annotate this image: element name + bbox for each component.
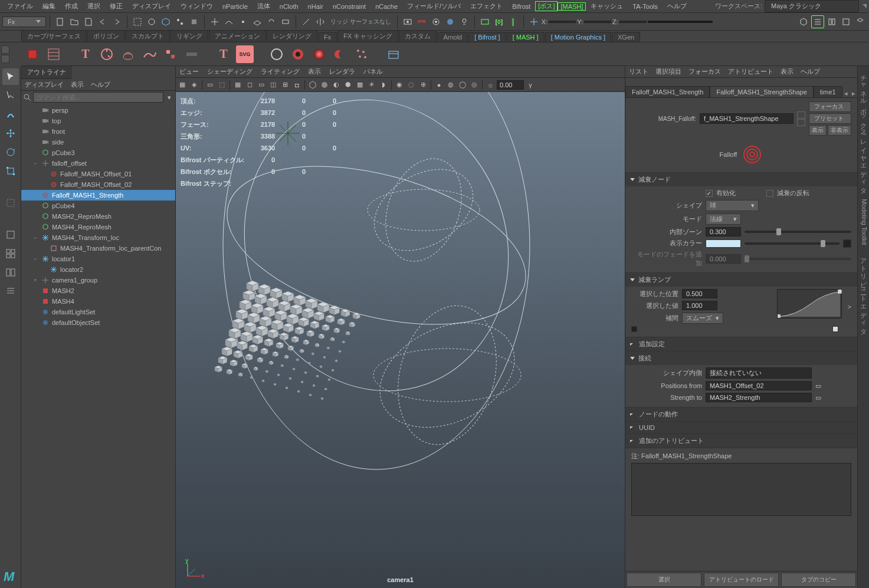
outliner-item-front[interactable]: front (21, 126, 175, 137)
snap-plane-icon[interactable] (251, 15, 264, 28)
search-dropdown-icon[interactable]: ▾ (165, 93, 174, 102)
str-to-field[interactable]: MASH2_Strength (706, 393, 812, 402)
outliner-item-defaultLightSet[interactable]: defaultLightSet (21, 307, 175, 317)
rotate-tool-icon[interactable] (2, 144, 19, 160)
undo-icon[interactable] (96, 15, 109, 28)
outliner-item-Falloff_MASH_Offset_01[interactable]: Falloff_MASH_Offset_01 (21, 169, 175, 179)
preset-button[interactable]: プリセット (809, 113, 851, 124)
vp-dof-icon[interactable]: ◎ (469, 80, 480, 90)
menu-help[interactable]: ヘルプ (663, 1, 691, 12)
vp-grid-icon[interactable]: ▦ (232, 80, 243, 90)
menu-fields[interactable]: フィールド/ソルバ (402, 1, 465, 12)
vp-menu-panel[interactable]: パネル (363, 67, 383, 76)
menu-nhair[interactable]: nHair (303, 2, 328, 11)
outliner-item-persp[interactable]: persp (21, 105, 175, 116)
type-tool-icon[interactable]: T (77, 45, 94, 63)
mash-network-icon[interactable] (24, 45, 41, 63)
enable-checkbox[interactable] (706, 190, 713, 197)
pos-from-field[interactable]: MASH1_Offset_02 (706, 381, 812, 390)
layout-modeling-icon[interactable] (854, 15, 867, 28)
attr-menu-list[interactable]: リスト (629, 67, 648, 76)
shelf-gear-icon[interactable] (1, 55, 9, 63)
vp-film-gate-icon[interactable]: ◻ (244, 80, 255, 90)
paint-select-icon[interactable] (2, 106, 19, 123)
mash-editor-icon[interactable] (45, 45, 63, 63)
vp-gate-mask-icon[interactable]: ◫ (268, 80, 278, 90)
vp-exposure-icon[interactable]: ☼ (485, 80, 496, 90)
attr-tab-0[interactable]: Falloff_MASH1_Strength (625, 86, 710, 97)
shelf-tab-curves[interactable]: カーブ/サーフェス (21, 30, 87, 42)
sel-obj-icon[interactable] (159, 15, 172, 28)
outliner-item-Falloff_MASH_Offset_02[interactable]: Falloff_MASH_Offset_02 (21, 179, 175, 190)
vp-menu-lighting[interactable]: ライティング (261, 67, 300, 76)
snap-view-icon[interactable] (279, 15, 292, 28)
layout-list-icon[interactable] (2, 283, 19, 300)
menu-ncloth[interactable]: nCloth (275, 2, 303, 11)
outliner-item-MASH4[interactable]: MASH4 (21, 296, 175, 307)
menu-nconstraint[interactable]: nConstraint (328, 2, 370, 11)
shelf-tab-mash[interactable]: [ MASH ] (507, 32, 545, 42)
vp-shadows-icon[interactable]: ◗ (378, 80, 389, 90)
search-input[interactable] (33, 92, 163, 103)
section-decay-node[interactable]: 減衰ノード (625, 173, 857, 186)
outliner-item-MASH4_Transform_loc_parentCon[interactable]: MASH4_Transform_loc_parentCon (21, 243, 175, 254)
menu-display[interactable]: ディスプレイ (127, 1, 176, 12)
select-tool-icon[interactable] (2, 68, 19, 85)
mode-dropdown[interactable]: Fx (2, 17, 46, 27)
shape-in-field[interactable]: 接続されていない (706, 367, 812, 379)
tab-scroll-left-icon[interactable]: ◂ (842, 90, 850, 97)
vp-safe-icon[interactable]: ◘ (291, 80, 302, 90)
node-name-field[interactable] (700, 113, 793, 124)
scale-tool-icon[interactable] (2, 163, 19, 179)
menu-ncache[interactable]: nCache (370, 2, 402, 11)
menu-boss[interactable]: [ボス] (535, 1, 558, 11)
interp-dropdown[interactable]: スムーズ▾ (682, 313, 723, 324)
menu-bifrost[interactable]: Bifrost (507, 2, 535, 11)
outliner-item-side[interactable]: side (21, 137, 175, 147)
trails-icon[interactable] (140, 45, 158, 63)
construction-icon[interactable] (300, 15, 313, 28)
shelf-tab-polygon[interactable]: ポリゴン (87, 30, 125, 42)
tab-scroll-right-icon[interactable]: ▸ (850, 90, 857, 97)
outliner-item-MASH4_Transform_loc[interactable]: −MASH4_Transform_loc (21, 232, 175, 243)
menu-tatools[interactable]: TA-Tools (628, 2, 663, 11)
sel-comp-icon[interactable] (173, 15, 186, 28)
ramp-handle-0[interactable] (631, 326, 637, 332)
shelf-tab-rigging[interactable]: リギング (170, 30, 208, 42)
xform-icon[interactable] (527, 15, 540, 28)
axis-x-field[interactable] (549, 21, 576, 23)
vp-menu-show[interactable]: 表示 (308, 67, 321, 76)
render-settings-icon[interactable] (429, 15, 442, 28)
snap-live-icon[interactable] (265, 15, 278, 28)
outliner-item-defaultObjectSet[interactable]: defaultObjectSet (21, 317, 175, 328)
sheet-icon[interactable] (797, 119, 805, 126)
dock-tab-modeling[interactable]: Modeling Toolkit (859, 199, 868, 245)
mode-dropdown[interactable]: 法線▾ (706, 213, 741, 225)
axis-y-field[interactable] (584, 21, 611, 23)
sel-val-field[interactable]: 1.000 (682, 301, 717, 310)
bullet-icon[interactable] (119, 45, 137, 63)
vp-xray-icon[interactable]: ◌ (406, 80, 417, 90)
vp-xray-joint-icon[interactable]: ⊕ (418, 80, 428, 90)
redo-icon[interactable] (110, 15, 123, 28)
layout-four-icon[interactable] (2, 245, 19, 262)
inner-slider[interactable] (745, 231, 851, 233)
outliner-item-pCube4[interactable]: pCube4 (21, 201, 175, 211)
render-icon[interactable] (401, 15, 414, 28)
shelf-tab-rendering[interactable]: レンダリング (267, 30, 317, 42)
place-icon[interactable] (162, 45, 179, 63)
vp-menu-renderer[interactable]: レンダラ (329, 67, 355, 76)
vp-bookmark-icon[interactable]: ◈ (189, 80, 199, 90)
dock-tab-attribute[interactable]: アトリビュート エディタ (859, 254, 868, 331)
vp-wireonshade-icon[interactable]: ⬢ (343, 80, 353, 90)
outliner-item-MASH2[interactable]: MASH2 (21, 285, 175, 296)
show-button[interactable]: 表示 (809, 125, 827, 136)
snap-point-icon[interactable] (237, 15, 250, 28)
menu-window[interactable]: ウィンドウ (176, 1, 218, 12)
axis-z-field[interactable] (619, 21, 647, 23)
color-picker-icon[interactable] (843, 239, 851, 248)
command-field[interactable] (648, 21, 713, 23)
open-icon[interactable] (68, 15, 81, 28)
map-icon[interactable]: ▭ (815, 382, 821, 390)
hide-button[interactable]: 非表示 (828, 125, 851, 136)
